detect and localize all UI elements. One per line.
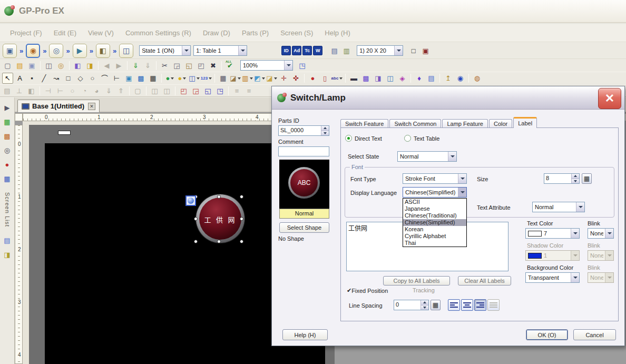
select-state-combo[interactable]: Normal <box>397 151 457 162</box>
spinner-arrows-icon[interactable] <box>420 300 428 310</box>
select-shape-button[interactable]: Select Shape <box>279 222 329 233</box>
simulation-button[interactable]: ▶ <box>73 44 87 58</box>
comment-list-icon[interactable]: ◨ <box>2 249 13 260</box>
watch-button[interactable]: W <box>313 46 322 55</box>
selection-handle-se[interactable] <box>240 240 243 243</box>
picture-display-part[interactable]: ◨ <box>373 73 384 84</box>
direct-text-radio[interactable]: Direct Text <box>345 135 382 142</box>
selection-handle-ne[interactable] <box>240 195 243 199</box>
tab-lamp-feature[interactable]: Lamp Feature <box>442 119 487 128</box>
movie-part[interactable]: ▩ <box>360 73 371 84</box>
id-button[interactable]: ID <box>281 46 291 55</box>
tc-button[interactable]: Tc <box>302 46 312 55</box>
selection-handle-n[interactable] <box>217 195 221 199</box>
hand-tool[interactable]: ↥ <box>443 73 454 84</box>
no-shape-checkbox[interactable]: No Shape <box>278 235 304 242</box>
dot-tool[interactable]: ▪ <box>26 73 37 84</box>
zoom-combo[interactable]: 100% <box>240 60 293 71</box>
help-button[interactable]: Help (H) <box>282 329 328 340</box>
part-size-combo[interactable]: 1) 20 X 20 <box>357 45 403 56</box>
copy-screen-icon[interactable]: ◧ <box>72 60 83 71</box>
screen-info-icon[interactable]: ▥ <box>341 45 352 56</box>
pin-part[interactable]: ♦ <box>414 73 425 84</box>
open-icon[interactable]: ▤ <box>14 60 25 71</box>
selection-handle-e[interactable] <box>240 217 243 221</box>
line-spacing-spinner[interactable]: 0 <box>394 300 429 310</box>
save-icon[interactable]: ▣ <box>26 60 37 71</box>
menu-edit[interactable]: Edit (E) <box>48 29 82 37</box>
parts-toolbox-icon[interactable]: ● <box>2 159 13 170</box>
rect-tool[interactable]: □ <box>63 73 74 84</box>
menu-screen[interactable]: Screen (S) <box>275 29 319 37</box>
line-spacing-keypad-button[interactable]: ▦ <box>431 300 441 310</box>
alarm-part[interactable]: ◪ <box>230 73 241 84</box>
delete-icon[interactable]: ✖ <box>208 60 219 71</box>
screen-tab-base1[interactable]: Base 1(Untitled) ✕ <box>17 100 100 112</box>
spinner-arrows-icon[interactable] <box>571 174 579 183</box>
screen-list-icon[interactable]: ▤ <box>329 45 340 56</box>
menu-project[interactable]: Project (F) <box>4 29 48 37</box>
color-palette-icon[interactable]: ▩ <box>2 131 13 142</box>
text-table-combo[interactable]: 1: Table 1 <box>193 45 247 56</box>
address-list-icon[interactable]: ▤ <box>2 235 13 246</box>
expand-chevron-icon[interactable]: » <box>66 47 70 55</box>
expand-chevron-icon[interactable]: » <box>113 47 116 55</box>
language-option-thai[interactable]: Thai <box>403 240 466 247</box>
comment-display-part[interactable]: abc <box>331 73 343 84</box>
duplicate-screen-icon[interactable]: ◨ <box>84 60 95 71</box>
menu-view[interactable]: View (V) <box>82 29 120 37</box>
menu-common[interactable]: Common Settings (R) <box>120 29 197 37</box>
screen-change-part[interactable]: ◫ <box>385 73 396 84</box>
send-backward-icon[interactable]: ◳ <box>214 85 226 96</box>
special-data-part[interactable]: ◈ <box>397 73 408 84</box>
menu-parts[interactable]: Parts (P) <box>236 29 275 37</box>
preview-button[interactable]: ◎ <box>49 44 63 58</box>
monitor-button[interactable]: ◫ <box>119 44 133 58</box>
language-option-cyrillic-alphabet[interactable]: Cyrillic Alphabet <box>403 233 466 240</box>
table-tool[interactable]: ▦ <box>148 73 159 84</box>
image-tool[interactable]: ▣ <box>123 73 134 84</box>
transfer-fn-icon[interactable]: ▶ <box>2 102 13 113</box>
font-type-combo[interactable]: Stroke Font <box>403 173 467 184</box>
send-to-back-icon[interactable]: ◲ <box>190 85 201 96</box>
switch-lamp-part[interactable]: 工 供 网 <box>196 194 244 243</box>
copy-all-labels-button[interactable]: Copy to All Labels <box>383 276 450 286</box>
menu-help[interactable]: Help (H) <box>319 29 356 37</box>
zoom-tool-icon[interactable]: ◎ <box>2 145 13 156</box>
align-center-button[interactable] <box>461 299 473 311</box>
tab-color[interactable]: Color <box>489 119 512 128</box>
screen-blocks-icon[interactable]: ▦ <box>2 173 13 184</box>
select-tool[interactable]: ↖ <box>2 73 13 84</box>
cancel-button[interactable]: Cancel <box>573 329 616 340</box>
comment-field[interactable] <box>278 146 329 156</box>
language-option-ascii[interactable]: ASCII <box>403 199 466 205</box>
ellipse-tool[interactable]: ○ <box>87 73 98 84</box>
memo-part[interactable]: ▤ <box>426 73 437 84</box>
window-part[interactable]: ▬ <box>348 73 359 84</box>
scale-tool[interactable]: ⊢ <box>111 73 122 84</box>
text-table-part[interactable]: ▯ <box>319 73 330 84</box>
lamp-part[interactable]: ● <box>177 73 188 84</box>
text-attribute-combo[interactable]: Normal <box>532 202 585 212</box>
text-tool[interactable]: A <box>14 73 25 84</box>
fit-window-icon[interactable]: ◳ <box>297 60 308 71</box>
keypad-part[interactable]: ▦ <box>218 73 229 84</box>
expand-chevron-icon[interactable]: » <box>19 47 23 55</box>
state-combo[interactable]: State 1 (ON) <box>139 45 191 56</box>
system-settings-button[interactable]: ▣ <box>3 44 17 58</box>
switch-part[interactable]: ● <box>164 73 175 84</box>
align-right-button[interactable] <box>474 299 486 311</box>
parts-id-spinner[interactable]: SL_0000 <box>278 125 329 136</box>
address-button[interactable]: Ad <box>292 46 301 55</box>
fixed-position-checkbox[interactable]: ✔ Fixed Position <box>347 287 388 294</box>
line-tool[interactable]: ╱ <box>38 73 50 84</box>
expand-chevron-icon[interactable]: » <box>90 47 93 55</box>
size-spinner[interactable]: 8 <box>544 173 580 184</box>
expand-chevron-icon[interactable]: » <box>43 47 46 55</box>
grid-settings-icon[interactable]: ▦ <box>2 116 13 127</box>
polyline-tool[interactable]: ↝ <box>51 73 62 84</box>
cut-icon[interactable]: ✂ <box>159 60 170 71</box>
align-left-button[interactable] <box>448 299 460 311</box>
window-frame-off-icon[interactable]: □ <box>408 45 419 56</box>
selection-handle-sw[interactable] <box>194 240 198 243</box>
